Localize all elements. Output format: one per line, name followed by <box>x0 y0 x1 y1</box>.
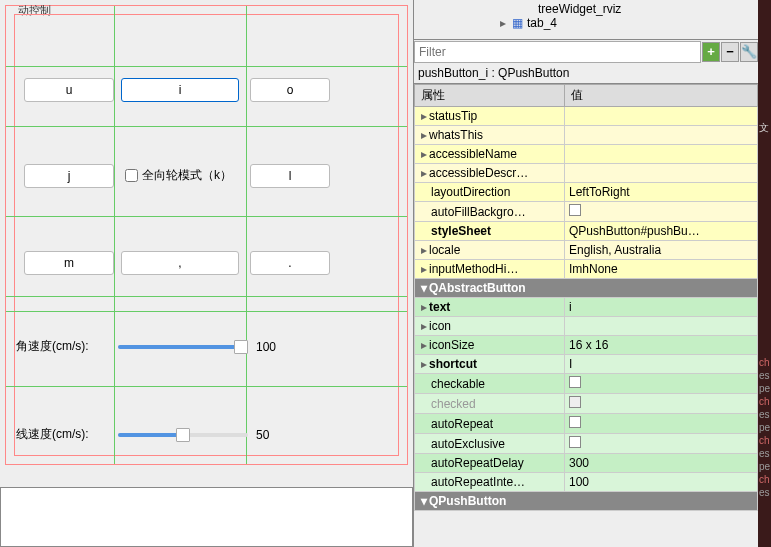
button-i[interactable]: i <box>121 78 239 102</box>
prop-autoexclusive[interactable]: autoExclusive <box>415 434 758 454</box>
button-o[interactable]: o <box>250 78 330 102</box>
tree-item-tab4[interactable]: ▸▦ tab_4 <box>418 16 754 30</box>
checkbox-icon[interactable] <box>569 376 581 388</box>
angular-speed-label: 角速度(cm/s): <box>16 338 110 355</box>
configure-button[interactable]: 🔧 <box>740 42 758 62</box>
terminal-snippet: 文 ch es pe ch es pe ch es pe ch es <box>758 0 771 547</box>
linear-speed-value: 50 <box>256 428 296 442</box>
checkbox-omni-mode[interactable]: 全向轮模式（k） <box>121 166 232 185</box>
remove-property-button[interactable]: − <box>721 42 739 62</box>
prop-text[interactable]: ▸texti <box>415 298 758 317</box>
prop-accessibledesc[interactable]: ▸accessibleDescr… <box>415 164 758 183</box>
prop-locale[interactable]: ▸localeEnglish, Australia <box>415 241 758 260</box>
header-value: 值 <box>565 85 758 107</box>
section-qpushbutton[interactable]: ▾QPushButton <box>415 492 758 511</box>
angular-speed-slider[interactable] <box>118 345 248 349</box>
property-panel: treeWidget_rviz ▸▦ tab_4 + − 🔧 pushButto… <box>413 0 758 547</box>
prop-shortcut[interactable]: ▸shortcutI <box>415 355 758 374</box>
prop-autorepeatdelay[interactable]: autoRepeatDelay300 <box>415 454 758 473</box>
property-header-row: 属性 值 <box>415 85 758 107</box>
property-table: 属性 值 ▸statusTip ▸whatsThis ▸accessibleNa… <box>414 84 758 511</box>
prop-iconsize[interactable]: ▸iconSize16 x 16 <box>415 336 758 355</box>
button-period[interactable]: . <box>250 251 330 275</box>
linear-speed-label: 线速度(cm/s): <box>16 426 110 443</box>
prop-icon[interactable]: ▸icon <box>415 317 758 336</box>
prop-autofillbg[interactable]: autoFillBackgro… <box>415 202 758 222</box>
group-title: 动控制 <box>18 3 51 18</box>
selected-object-label: pushButton_i : QPushButton <box>414 64 758 84</box>
prop-autorepeat[interactable]: autoRepeat <box>415 414 758 434</box>
section-qabstractbutton[interactable]: ▾QAbstractButton <box>415 279 758 298</box>
button-l[interactable]: l <box>250 164 330 188</box>
header-property: 属性 <box>415 85 565 107</box>
filter-row: + − 🔧 <box>414 40 758 64</box>
prop-accessiblename[interactable]: ▸accessibleName <box>415 145 758 164</box>
checkbox-icon[interactable] <box>569 204 581 216</box>
prop-inputmethodhints[interactable]: ▸inputMethodHi…ImhNone <box>415 260 758 279</box>
prop-autorepeatinterval[interactable]: autoRepeatInte…100 <box>415 473 758 492</box>
prop-layoutdirection[interactable]: layoutDirectionLeftToRight <box>415 183 758 202</box>
button-m[interactable]: m <box>24 251 114 275</box>
tree-item-treewidget[interactable]: treeWidget_rviz <box>418 2 754 16</box>
linear-speed-slider[interactable] <box>118 433 248 437</box>
prop-whatsthis[interactable]: ▸whatsThis <box>415 126 758 145</box>
prop-statustip[interactable]: ▸statusTip <box>415 107 758 126</box>
button-comma[interactable]: , <box>121 251 239 275</box>
form-designer[interactable]: 动控制 u i o j 全向轮模式（k） l m , . 角速度(cm/s): … <box>5 5 408 465</box>
linear-speed-row: 线速度(cm/s): 50 <box>16 426 296 443</box>
checkbox-icon[interactable] <box>569 436 581 448</box>
checkbox-k-label: 全向轮模式（k） <box>142 167 232 184</box>
checkbox-icon <box>569 396 581 408</box>
button-j[interactable]: j <box>24 164 114 188</box>
object-tree[interactable]: treeWidget_rviz ▸▦ tab_4 <box>414 0 758 40</box>
bottom-panel <box>0 487 413 547</box>
add-property-button[interactable]: + <box>702 42 720 62</box>
angular-speed-value: 100 <box>256 340 296 354</box>
angular-speed-row: 角速度(cm/s): 100 <box>16 338 296 355</box>
prop-checkable[interactable]: checkable <box>415 374 758 394</box>
designer-panel: 动控制 u i o j 全向轮模式（k） l m , . 角速度(cm/s): … <box>0 0 413 547</box>
button-u[interactable]: u <box>24 78 114 102</box>
checkbox-icon[interactable] <box>569 416 581 428</box>
prop-stylesheet[interactable]: styleSheetQPushButton#pushBu… <box>415 222 758 241</box>
checkbox-k-input[interactable] <box>125 169 138 182</box>
filter-input[interactable] <box>414 41 701 63</box>
prop-checked: checked <box>415 394 758 414</box>
